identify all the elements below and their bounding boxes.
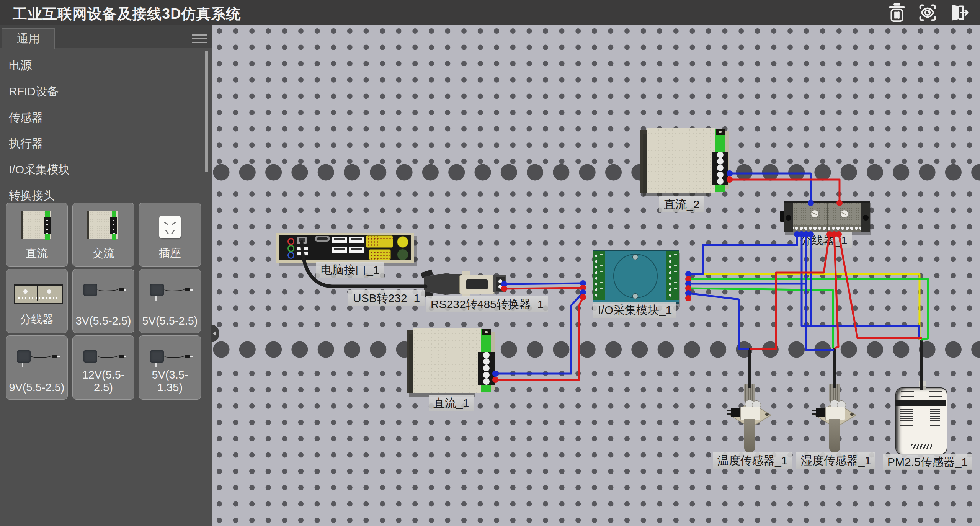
sidebar-item-io-module[interactable]: I/O采集模块 bbox=[0, 157, 208, 183]
device-label: RS232转485转换器_1 bbox=[426, 296, 548, 312]
vent-slots bbox=[930, 409, 940, 427]
splitter-screw bbox=[840, 210, 848, 218]
palette-item-ac[interactable]: 交流 bbox=[72, 203, 134, 267]
psu-notch bbox=[482, 329, 491, 335]
palette-item-9v-adapter[interactable]: 9V(5.5-2.5) bbox=[6, 335, 68, 400]
plate-hole bbox=[850, 413, 854, 416]
device-label: 湿度传感器_1 bbox=[796, 452, 875, 469]
vent-slots bbox=[929, 391, 942, 397]
palette-item-5v-slim-adapter[interactable]: 5V(3.5-1.35) bbox=[139, 335, 201, 400]
converter-hood bbox=[424, 273, 462, 295]
plate-hole bbox=[765, 413, 769, 416]
device-label: I/O采集模块_1 bbox=[593, 302, 676, 318]
device-dc-power-2[interactable] bbox=[640, 128, 729, 194]
device-temperature-sensor[interactable] bbox=[727, 344, 773, 455]
oval-port bbox=[315, 236, 330, 242]
sensor-clamp bbox=[740, 407, 760, 420]
splitter-screw bbox=[811, 210, 819, 218]
sensor-clamp bbox=[825, 407, 845, 420]
device-label: 分线器_1 bbox=[795, 232, 852, 248]
device-io-module[interactable] bbox=[593, 250, 679, 304]
serial-port-small bbox=[369, 249, 391, 260]
device-rs232-485-converter[interactable] bbox=[421, 270, 509, 300]
vent-slots bbox=[900, 409, 913, 427]
pm25-bottom-vent bbox=[911, 444, 932, 449]
psu-face bbox=[413, 328, 481, 393]
usb-ports-b bbox=[349, 236, 364, 256]
dc-power-thumbnail bbox=[6, 206, 67, 248]
terminal-strip-right bbox=[666, 251, 679, 300]
palette-item-12v-adapter[interactable]: 12V(5.5-2.5) bbox=[72, 335, 134, 400]
palette-item-label: 12V(5.5-2.5) bbox=[73, 369, 134, 394]
psu-notch bbox=[716, 129, 725, 135]
module-screw bbox=[632, 254, 638, 260]
exit-icon[interactable] bbox=[947, 2, 969, 24]
serial-port-large bbox=[366, 235, 393, 248]
psu-face bbox=[647, 128, 715, 193]
ps2-port bbox=[297, 237, 307, 244]
splitter-divider bbox=[827, 203, 828, 232]
connector-prong bbox=[727, 410, 731, 411]
psu-terminals bbox=[478, 352, 495, 385]
device-label: 电脑接口_1 bbox=[316, 262, 384, 278]
converter-terminals bbox=[496, 277, 505, 291]
device-label: USB转232_1 bbox=[348, 290, 425, 306]
psu-terminals bbox=[712, 152, 728, 185]
palette-item-5v-adapter[interactable]: 5V(5.5-2.5) bbox=[139, 269, 201, 333]
connector-prong bbox=[727, 413, 731, 415]
sidebar-item-power[interactable]: 电源 bbox=[0, 52, 208, 78]
audio-jack-blue bbox=[287, 252, 294, 259]
sensor-ribbed-top bbox=[744, 384, 755, 402]
palette-item-label: 5V(5.5-2.5) bbox=[139, 315, 201, 327]
sidebar: 通用 电源 RFID设备 传感器 执行器 I/O采集模块 转换接头 直流 交流 … bbox=[0, 25, 212, 526]
delete-icon[interactable] bbox=[886, 2, 908, 24]
usb-stack-small bbox=[297, 247, 308, 256]
menu-icon[interactable] bbox=[192, 34, 207, 44]
palette-item-socket[interactable]: 插座 bbox=[139, 203, 201, 267]
socket-thumbnail bbox=[139, 206, 201, 248]
tab-general[interactable]: 通用 bbox=[2, 28, 55, 49]
splitter-cap-right bbox=[861, 203, 870, 232]
pm25-cable-connector bbox=[919, 381, 926, 387]
sensor-connector bbox=[816, 408, 826, 417]
palette-item-label: 5V(3.5-1.35) bbox=[139, 369, 201, 394]
adapter-thumbnail bbox=[139, 272, 201, 314]
sensor-probe bbox=[744, 419, 755, 452]
sensor-ribbed-top bbox=[829, 384, 840, 402]
title-bar: 工业互联网设备及接线3D仿真系统 bbox=[0, 0, 980, 25]
device-label: 直流_1 bbox=[429, 395, 474, 411]
adapter-thumbnail bbox=[73, 272, 134, 314]
device-pm25-sensor[interactable] bbox=[895, 387, 947, 455]
db9-opening bbox=[466, 279, 488, 289]
adapter-thumbnail bbox=[6, 339, 67, 381]
palette-item-label: 交流 bbox=[73, 246, 134, 261]
sidebar-item-actuator[interactable]: 执行器 bbox=[0, 131, 208, 157]
device-splitter[interactable] bbox=[784, 201, 870, 232]
palette-item-label: 插座 bbox=[139, 246, 201, 261]
connector-prong bbox=[812, 410, 816, 411]
splitter-cap-left bbox=[784, 203, 793, 232]
palette-item-splitter[interactable]: 分线器 bbox=[6, 269, 68, 333]
sensor-connector bbox=[731, 408, 741, 417]
module-circle bbox=[613, 254, 658, 298]
vent-slots bbox=[901, 391, 914, 397]
round-port-green bbox=[397, 249, 408, 260]
sidebar-item-rfid[interactable]: RFID设备 bbox=[0, 78, 208, 105]
sensor-cable bbox=[748, 348, 751, 385]
palette-item-dc[interactable]: 直流 bbox=[6, 203, 68, 267]
audio-jack-red bbox=[287, 238, 294, 245]
device-label: PM2.5传感器_1 bbox=[883, 454, 972, 470]
connector-prong bbox=[812, 413, 816, 415]
psu-side bbox=[407, 330, 413, 393]
usb-ports-a bbox=[332, 236, 347, 256]
device-humidity-sensor[interactable] bbox=[812, 344, 858, 455]
sidebar-item-sensor[interactable]: 传感器 bbox=[0, 105, 208, 131]
view-reset-icon[interactable] bbox=[916, 2, 939, 24]
app-title: 工业互联网设备及接线3D仿真系统 bbox=[13, 4, 241, 24]
palette-item-3v-adapter[interactable]: 3V(5.5-2.5) bbox=[72, 269, 134, 333]
sidebar-scrollbar[interactable] bbox=[205, 51, 208, 172]
terminal-strip-left bbox=[593, 251, 605, 300]
device-pc-interface[interactable] bbox=[276, 233, 414, 263]
round-port-yellow bbox=[397, 236, 408, 248]
device-dc-power-1[interactable] bbox=[407, 328, 495, 394]
